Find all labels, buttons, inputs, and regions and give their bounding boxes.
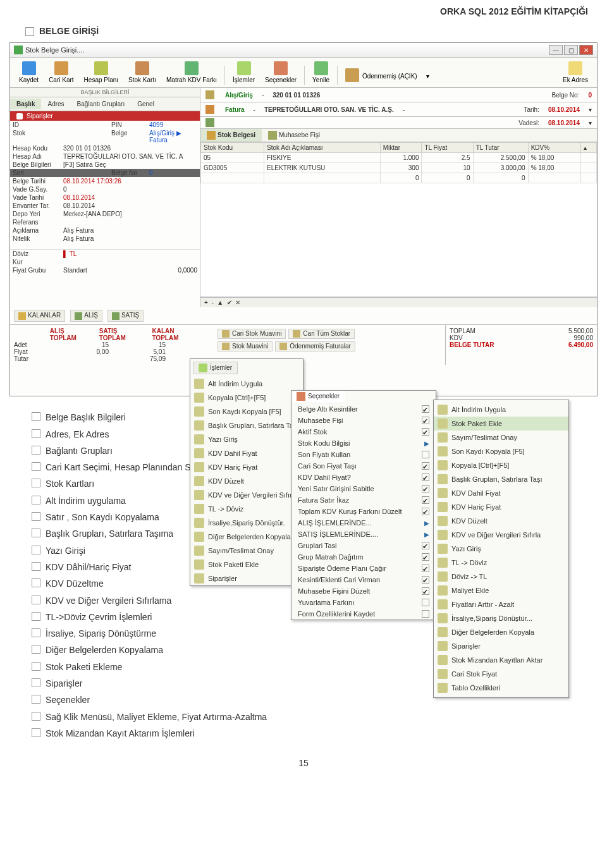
menu-islemler-button[interactable]: İşlemler [193,362,238,374]
col-header[interactable]: TL Tutar [473,143,528,153]
menu-item[interactable]: Form Özelliklerini Kaydet [291,608,436,620]
close-button[interactable]: ✕ [579,45,593,55]
menu-item[interactable]: Muhasebe Fişi✔ [291,415,436,426]
orders-bar[interactable]: Siparişler [10,111,200,121]
action-chip[interactable]: Cari Tüm Stoklar [288,329,355,339]
menu-icon [194,532,204,542]
menu-item[interactable]: Siparişler [190,572,303,585]
menu-item[interactable]: Siparişler [434,639,568,653]
table-row[interactable]: 05FISKIYE1.0002.52.500,00% 18,00 [201,153,597,163]
menu-secenekler-button[interactable]: Seçenekler [291,391,345,402]
tb-islemler[interactable]: İşlemler [228,60,260,85]
col-header[interactable]: Stok Adı Açıklaması [264,143,381,153]
menu-item[interactable]: Kopyala [Ctrl]+[F5] [434,458,568,472]
tb-stok-karti[interactable]: Stok Kartı [123,60,161,85]
menu-item[interactable]: Aktif Stok✔ [291,426,436,437]
menu-item[interactable]: Fatura Satır İkaz✔ [291,494,436,506]
action-chips: Cari Stok MuaviniCari Tüm StoklarStok Mu… [216,327,441,353]
col-header[interactable]: Stok Kodu [201,143,264,153]
stock-table[interactable]: Stok KoduStok Adı AçıklamasıMiktarTL Fiy… [200,142,597,183]
menu-item[interactable]: Cari Stok Fiyat [434,667,568,681]
bottom-tab-alis[interactable]: ALIŞ [70,310,102,321]
menu-item[interactable]: Fiyatları Arttır - Azalt [434,597,568,611]
menu-item[interactable]: Gruplari Tasi✔ [291,540,436,551]
tb-hesap-plani[interactable]: Hesap Planı [79,60,123,85]
tb-matrah-kdv[interactable]: Matrah KDV Farkı [161,60,222,85]
menu-item[interactable]: Kopyala [Ctrl]+[F5] [190,391,303,405]
menu-item[interactable]: Siparişte Ödeme Planı Çağır✔ [291,563,436,574]
menu-item[interactable]: Son Kaydı Kopyala [F5] [190,405,303,419]
col-header[interactable]: KDV% [528,143,580,153]
tab-baslik[interactable]: Başlık [10,99,41,109]
menu-item[interactable]: ALIŞ İŞLEMLERİNDE...▶ [291,517,436,529]
menu-item[interactable]: Diğer Belgelerden Kopyala [190,530,303,544]
menu-item[interactable]: TL -> Döviz [434,556,568,570]
col-header[interactable]: TL Fiyat [422,143,473,153]
menu-item[interactable]: Stok Paketi Ekle [190,558,303,572]
menu-item[interactable]: Sayım/Teslimat Onay [190,544,303,558]
menu-item[interactable]: Tablo Özellikleri [434,681,568,695]
col-header[interactable]: Miktar [380,143,422,153]
menu-item[interactable]: İrsaliye,Sipariş Dönüştür... [434,611,568,625]
menu-item[interactable]: Cari Son Fiyat Taşı✔ [291,460,436,472]
menu-item[interactable]: Alt İndirim Uygula [190,377,303,391]
menu-item[interactable]: KDV Dahil Fiyat?✔ [291,472,436,483]
action-chip[interactable]: Stok Muavini [218,341,273,351]
menu-item[interactable]: KDV ve Diğer Vergileri Sıfırla [434,528,568,542]
menu-item[interactable]: Döviz -> TL [434,570,568,584]
menu-item[interactable]: Son Fiyatı Kullan [291,449,436,460]
menu-item[interactable]: İrsaliye,Sipariş Dönüştür. [190,516,303,530]
menu-item[interactable]: TL -> Döviz [190,502,303,516]
menu-item[interactable]: Son Kaydı Kopyala [F5] [434,444,568,458]
menu-item[interactable]: Toplam KDV Kuruş Farkını Düzelt✔ [291,506,436,517]
menu-item[interactable]: KDV Düzelt [434,514,568,528]
bullet-box [32,529,40,537]
bottom-tab-kalanlar[interactable]: KALANLAR [14,310,65,321]
menu-item[interactable]: Başlık Grupları, Satırlara Taşı [190,419,303,432]
tb-secenekler[interactable]: Seçenekler [260,60,302,85]
menu-item[interactable]: Kesinti/Eklenti Cari Virman✔ [291,574,436,585]
menu-item[interactable]: KDV Dahil Fiyat [434,486,568,500]
menu-item[interactable]: Stok Paketi Ekle [434,417,568,431]
tb-cari-kart[interactable]: Cari Kart [44,60,78,85]
menu-item[interactable]: Maliyet Ekle [434,584,568,597]
menu-item[interactable]: Stok Mizandan Kayıtları Aktar [434,653,568,667]
tab-adres[interactable]: Adres [41,99,70,109]
menu-item[interactable]: KDV Hariç Fiyat [190,460,303,474]
action-chip[interactable]: Ödenmemiş Faturalar [275,341,355,351]
menu-item[interactable]: KDV Dahil Fiyat [190,446,303,460]
menu-item[interactable]: KDV ve Diğer Vergileri Sıfırla [190,488,303,502]
bottom-tab-satis[interactable]: SATIŞ [107,310,144,321]
menu-item[interactable]: Stok Kodu Bilgisi▶ [291,437,436,449]
menu-item[interactable]: Yazı Giriş [434,542,568,556]
menu-item[interactable]: Diğer Belgelerden Kopyala [434,625,568,639]
menu-item[interactable]: Yazı Giriş [190,432,303,446]
tab-muhasebefisi[interactable]: Muhasebe Fişi [262,129,326,142]
table-row[interactable]: 000 [201,173,597,183]
tool-icon[interactable] [205,118,214,127]
tb-ek-adres[interactable]: Ek Adres [558,60,593,85]
menu-item[interactable]: KDV Düzelt [190,474,303,488]
menu-item[interactable]: Alt İndirim Uygula [434,403,568,417]
tb-yenile[interactable]: Yenile [307,60,334,85]
tab-genel[interactable]: Genel [131,99,161,109]
tab-baglanti[interactable]: Bağlantı Grupları [71,99,132,109]
table-row[interactable]: GD3005ELEKTRIK KUTUSU300103.000,00% 18,0… [201,163,597,173]
menu-item[interactable]: Başlık Grupları, Satırlara Taşı [434,472,568,486]
minimize-button[interactable]: — [549,45,563,55]
grid-footer-controls[interactable]: + - ▲ ✔ ✕ [200,297,597,307]
sort-icon[interactable]: ▴ [580,143,596,153]
action-chip[interactable]: Cari Stok Muavini [218,329,286,339]
menu-item[interactable]: Belge Altı Kesintiler✔ [291,403,436,415]
menu-item[interactable]: Yeni Satır Girişini Sabitle✔ [291,483,436,494]
menu-item[interactable]: Grup Matrah Dağıtım✔ [291,551,436,563]
maximize-button[interactable]: ▢ [564,45,578,55]
menu-item[interactable]: KDV Hariç Fiyat [434,500,568,514]
tab-stokbelgesi[interactable]: Stok Belgesi [200,129,262,142]
menu-item[interactable]: SATIŞ İŞLEMLERİNDE....▶ [291,529,436,540]
menu-item[interactable]: Sayım/Teslimat Onay [434,431,568,444]
tb-kaydet[interactable]: Kaydet [14,60,44,85]
tb-odenmemis[interactable]: Ödenmemiş (AÇIK)▾ [340,67,434,85]
menu-item[interactable]: Yuvarlama Farkını [291,597,436,608]
menu-item[interactable]: Muhasebe Fişini Düzelt✔ [291,585,436,597]
